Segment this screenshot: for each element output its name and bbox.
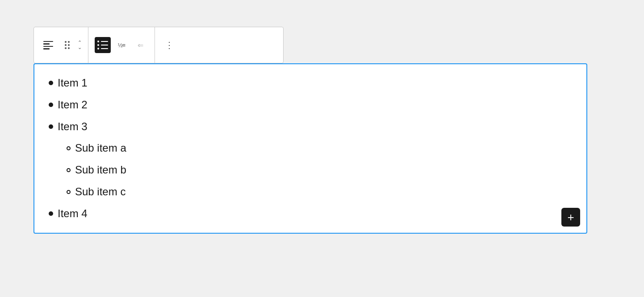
list-item: Item 3 Sub item a Sub item b Sub item c xyxy=(49,116,576,203)
item-2-text: Item 2 xyxy=(58,96,88,114)
grid-icon xyxy=(65,41,70,49)
list-item: Sub item a xyxy=(67,137,576,159)
bullet-filled-icon xyxy=(49,124,53,129)
bullet-open-icon xyxy=(67,146,71,150)
list-item: Item 4 xyxy=(49,203,576,225)
item-1-text: Item 1 xyxy=(58,74,88,92)
bullet-open-icon xyxy=(67,168,71,172)
bullet-filled-icon xyxy=(49,211,53,216)
more-options-button[interactable]: ⋮ xyxy=(161,37,177,53)
outdent-button[interactable]: ⇐ xyxy=(132,37,148,53)
numbered-list-button[interactable]: ½≡ xyxy=(113,37,130,53)
list-item-main: Item 3 xyxy=(49,116,576,138)
list-item-main: Item 1 xyxy=(49,72,576,94)
align-left-button[interactable] xyxy=(40,37,56,53)
toolbar-group-more: ⋮ xyxy=(155,27,184,63)
toolbar: ⌃ ⌄ xyxy=(33,27,284,63)
list-container: Item 1 Item 2 Item 3 Sub item a xyxy=(33,63,587,234)
item-3-text: Item 3 xyxy=(58,118,88,136)
add-item-button[interactable]: + xyxy=(561,208,580,227)
list-item-main: Item 4 xyxy=(49,203,576,225)
align-left-icon xyxy=(43,41,53,50)
move-updown-button[interactable]: ⌃ ⌄ xyxy=(78,40,82,50)
bullet-list-icon xyxy=(97,41,108,50)
outdent-icon: ⇐ xyxy=(138,41,143,50)
item-4-text: Item 4 xyxy=(58,205,88,223)
sub-item-c-text: Sub item c xyxy=(75,183,125,201)
toolbar-group-alignment: ⌃ ⌄ xyxy=(34,27,88,63)
list-item: Item 1 xyxy=(49,72,576,94)
sub-item-a-text: Sub item a xyxy=(75,139,126,157)
more-icon: ⋮ xyxy=(165,40,174,50)
list-item: Item 2 xyxy=(49,94,576,116)
grid-view-button[interactable] xyxy=(59,37,75,53)
numbered-list-icon: ½≡ xyxy=(118,42,125,49)
bullet-filled-icon xyxy=(49,103,53,107)
list-item: Sub item b xyxy=(67,159,576,181)
bullet-open-icon xyxy=(67,190,71,194)
list-item-main: Item 2 xyxy=(49,94,576,116)
page-container: ⌃ ⌄ xyxy=(33,27,611,234)
bullet-list-button[interactable] xyxy=(95,37,111,53)
sub-item-b-text: Sub item b xyxy=(75,161,126,179)
plus-icon: + xyxy=(567,211,574,223)
list: Item 1 Item 2 Item 3 Sub item a xyxy=(49,72,576,225)
sub-items-list: Sub item a Sub item b Sub item c xyxy=(49,137,576,202)
list-item: Sub item c xyxy=(67,181,576,203)
bullet-filled-icon xyxy=(49,81,53,85)
toolbar-group-list: ½≡ ⇐ xyxy=(88,27,155,63)
chevron-down-icon: ⌄ xyxy=(78,45,82,50)
